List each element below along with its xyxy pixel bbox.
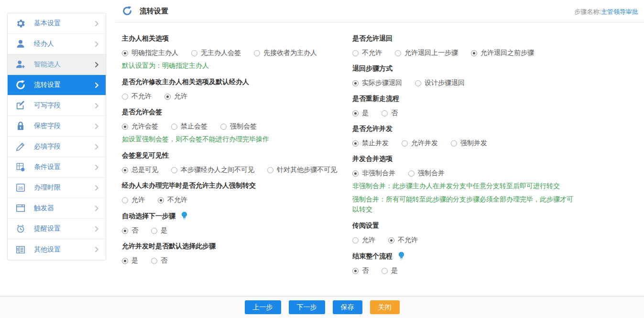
radio-option[interactable]: 先接收者为主办人 <box>254 49 317 57</box>
radio-unchecked-icon[interactable] <box>220 124 227 130</box>
radio-option[interactable]: 允许会签 <box>122 122 158 131</box>
radio-option-label: 总是可见 <box>131 166 158 174</box>
radio-option[interactable]: 针对其他步骤不可见 <box>267 166 337 174</box>
radio-option[interactable]: 是 <box>352 109 369 117</box>
section-title: 经办人未办理完毕时是否允许主办人强制转交 <box>122 181 352 190</box>
radio-unchecked-icon[interactable] <box>415 80 421 86</box>
radio-unchecked-icon[interactable] <box>352 237 359 244</box>
radio-option[interactable]: 强制并发 <box>451 139 487 148</box>
radio-option-label: 不允许 <box>167 196 187 204</box>
radio-option[interactable]: 允许 <box>352 236 375 244</box>
radio-option[interactable]: 总是可见 <box>122 166 158 174</box>
radio-option[interactable]: 允许退回之前步骤 <box>471 49 534 57</box>
radio-option[interactable]: 禁止并发 <box>352 139 389 148</box>
radio-option[interactable]: 否 <box>122 226 138 235</box>
radio-option[interactable]: 强制合并 <box>408 169 445 178</box>
alarm-clock-icon <box>15 223 26 234</box>
radio-unchecked-icon[interactable] <box>267 167 273 173</box>
radio-checked-icon[interactable] <box>122 167 128 173</box>
sidebar-item-time-limit[interactable]: 26办理时限 <box>8 178 106 198</box>
radio-checked-icon[interactable] <box>471 50 477 56</box>
radio-unchecked-icon[interactable] <box>408 170 415 177</box>
sidebar-item-reminder-settings[interactable]: 提醒设置 <box>8 219 106 239</box>
radio-group: 否是 <box>352 266 620 275</box>
radio-option[interactable]: 否 <box>352 266 369 275</box>
radio-option[interactable]: 允许 <box>164 92 187 101</box>
radio-checked-icon[interactable] <box>352 110 359 117</box>
sidebar-item-label: 智能选人 <box>34 60 95 69</box>
radio-option[interactable]: 是 <box>122 256 138 265</box>
sidebar-item-secret-fields[interactable]: 保密字段 <box>8 116 106 137</box>
section-allow-modify-owner: 是否允许修改主办人相关选项及默认经办人不允许允许 <box>122 78 352 101</box>
sidebar-item-writable-fields[interactable]: 可写字段 <box>8 95 106 116</box>
refresh-icon[interactable] <box>122 6 132 16</box>
sidebar-item-smart-select[interactable]: 智能选人 <box>8 54 106 75</box>
radio-unchecked-icon[interactable] <box>382 110 388 117</box>
save-button[interactable]: 保存 <box>333 300 362 314</box>
radio-option[interactable]: 明确指定主办人 <box>122 49 178 57</box>
radio-checked-icon[interactable] <box>158 197 164 203</box>
radio-option[interactable]: 无主办人会签 <box>191 49 241 57</box>
sidebar-item-condition-settings[interactable]: 条件设置 <box>8 157 106 178</box>
radio-option[interactable]: 本步骤经办人之间不可见 <box>171 166 254 174</box>
radio-unchecked-icon[interactable] <box>382 268 388 274</box>
radio-option[interactable]: 不允许 <box>122 92 152 101</box>
radio-checked-icon[interactable] <box>352 140 359 147</box>
radio-option-label: 允许退回之前步骤 <box>480 49 534 57</box>
section-circulate-settings: 传阅设置允许不允许 <box>352 222 620 244</box>
radio-option[interactable]: 允许并发 <box>402 139 438 148</box>
sidebar-item-trigger[interactable]: 触发器 <box>8 198 106 219</box>
radio-checked-icon[interactable] <box>122 258 128 264</box>
prev-step-button[interactable]: 上一步 <box>245 300 281 314</box>
radio-checked-icon[interactable] <box>122 124 128 130</box>
radio-option[interactable]: 设计步骤退回 <box>415 79 465 87</box>
radio-unchecked-icon[interactable] <box>191 50 197 56</box>
sidebar-item-required-fields[interactable]: 必填字段 <box>8 137 106 157</box>
radio-unchecked-icon[interactable] <box>451 140 457 147</box>
radio-option[interactable]: 允许退回上一步骤 <box>395 49 458 57</box>
radio-checked-icon[interactable] <box>388 237 394 244</box>
radio-option[interactable]: 不允许 <box>352 49 382 57</box>
radio-option[interactable]: 非强制合并 <box>352 169 395 178</box>
radio-option[interactable]: 实际步骤退回 <box>352 79 402 87</box>
radio-option[interactable]: 不允许 <box>388 236 418 244</box>
radio-option[interactable]: 不允许 <box>158 196 187 204</box>
radio-unchecked-icon[interactable] <box>395 50 401 56</box>
radio-checked-icon[interactable] <box>352 268 359 274</box>
radio-checked-icon[interactable] <box>164 94 171 100</box>
radio-unchecked-icon[interactable] <box>171 167 177 173</box>
sidebar-item-basic-settings[interactable]: 基本设置 <box>8 13 106 34</box>
radio-checked-icon[interactable] <box>122 50 128 56</box>
radio-checked-icon[interactable] <box>122 228 128 234</box>
radio-unchecked-icon[interactable] <box>151 228 157 234</box>
radio-option[interactable]: 禁止会签 <box>171 122 207 131</box>
radio-unchecked-icon[interactable] <box>151 258 157 264</box>
radio-option[interactable]: 强制会签 <box>220 122 257 131</box>
radio-checked-icon[interactable] <box>352 80 359 86</box>
radio-option[interactable]: 是 <box>151 226 167 235</box>
radio-unchecked-icon[interactable] <box>402 140 408 147</box>
radio-unchecked-icon[interactable] <box>352 50 359 56</box>
radio-unchecked-icon[interactable] <box>254 50 260 56</box>
svg-text:26: 26 <box>18 185 23 191</box>
sidebar-item-flow-settings[interactable]: 流转设置 <box>8 75 106 95</box>
lightbulb-tip-icon[interactable] <box>181 212 187 221</box>
next-step-button[interactable]: 下一步 <box>289 300 325 314</box>
radio-option[interactable]: 是 <box>382 266 398 275</box>
radio-option[interactable]: 否 <box>382 109 398 117</box>
sidebar-item-handlers[interactable]: 经办人 <box>8 34 106 54</box>
radio-option[interactable]: 否 <box>151 256 167 265</box>
lightbulb-tip-icon[interactable] <box>398 252 404 261</box>
section-owner-options: 主办人相关选项明确指定主办人无主办人会签先接收者为主办人默认设置为：明确指定主办… <box>122 34 352 71</box>
radio-option[interactable]: 允许 <box>122 196 145 204</box>
sidebar-item-other-settings[interactable]: 其他设置 <box>8 239 106 260</box>
radio-checked-icon[interactable] <box>352 170 359 177</box>
radio-unchecked-icon[interactable] <box>122 94 128 100</box>
radio-unchecked-icon[interactable] <box>171 124 177 130</box>
sidebar-item-label: 可写字段 <box>34 101 95 110</box>
radio-group: 明确指定主办人无主办人会签先接收者为主办人 <box>122 49 352 57</box>
section-title: 主办人相关选项 <box>122 34 352 43</box>
close-button[interactable]: 关闭 <box>370 300 400 314</box>
refresh-icon <box>15 80 26 90</box>
radio-unchecked-icon[interactable] <box>122 197 128 203</box>
